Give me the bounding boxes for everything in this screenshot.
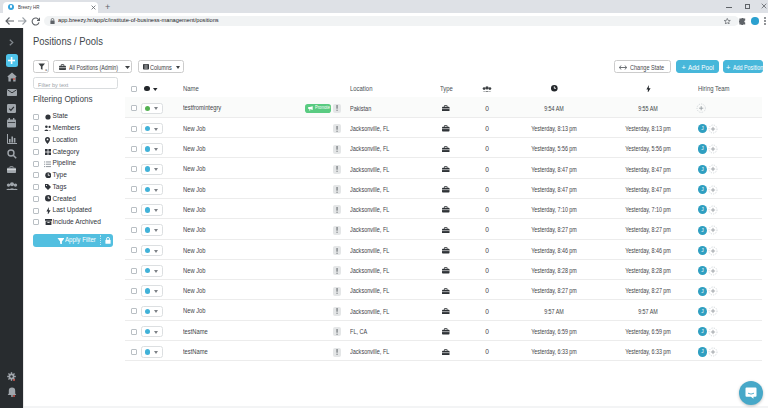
svg-text:a: a	[45, 68, 47, 72]
